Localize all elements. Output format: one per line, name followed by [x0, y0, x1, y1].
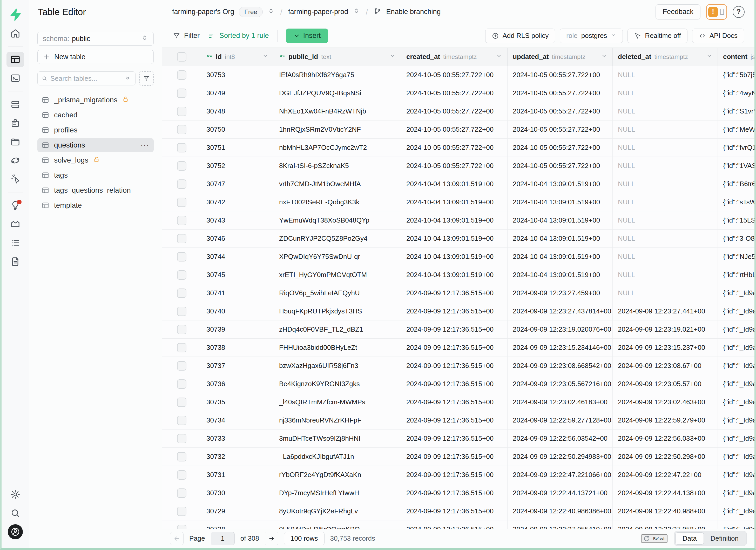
cell-content[interactable]: {"id":"S1vrVC5BrB59wqcM4	[718, 102, 754, 120]
cell-public-id[interactable]: _La6pddxcKJIbgufATJ1n	[274, 448, 401, 466]
cell-updated-at[interactable]: 2024-09-09 12:23:19.020076+00	[508, 320, 613, 338]
table-row[interactable]: 30729 8yUKotr9qGYjK2eFRhgLv 2024-09-09 1…	[162, 502, 754, 520]
cell-created-at[interactable]: 2024-09-09 12:17:36.515+00	[401, 430, 508, 447]
cell-updated-at[interactable]: 2024-10-04 13:09:01.519+00	[508, 266, 613, 284]
cell-public-id[interactable]: rYbORF2e4YgDt9fKAXaKn	[274, 466, 401, 484]
cell-created-at[interactable]: 2024-09-09 12:17:36.515+00	[401, 375, 508, 393]
row-checkbox[interactable]	[177, 507, 186, 516]
select-all-checkbox[interactable]	[177, 52, 186, 62]
row-checkbox[interactable]	[177, 343, 186, 352]
cell-content[interactable]: {"id":"_Id9aLyJpMHQLaiQC	[718, 357, 754, 375]
cell-id[interactable]: 30733	[201, 430, 274, 447]
cell-deleted-at[interactable]: NULL	[613, 120, 718, 138]
cell-deleted-at[interactable]: 2024-09-09 12:23:27.441+00	[613, 302, 718, 320]
column-header[interactable]: content jsonb	[718, 48, 756, 66]
cell-id[interactable]: 30743	[201, 211, 274, 229]
storage-icon[interactable]	[6, 134, 24, 150]
table-row[interactable]: 30735 _l40sQIRTmMZfcm-MWMPs 2024-09-09 1…	[162, 393, 754, 411]
row-checkbox[interactable]	[177, 470, 186, 480]
sql-editor-icon[interactable]	[6, 70, 24, 86]
cell-created-at[interactable]: 2024-10-05 00:55:27.722+00	[401, 157, 508, 175]
cell-public-id[interactable]: 3muDHTceTWso9IZj8hHNI	[274, 430, 401, 447]
cell-content[interactable]: {"id":"sTsWaLCPsVA2WuK2	[718, 193, 754, 211]
table-row[interactable]: 30751 nbMhHL3AP7OcCJymc2wT2 2024-10-05 0…	[162, 139, 754, 157]
cell-created-at[interactable]: 2024-10-04 13:09:01.519+00	[401, 193, 508, 211]
cell-updated-at[interactable]: 2024-10-04 13:09:01.519+00	[508, 175, 613, 193]
column-header[interactable]: updated_at timestamptz	[508, 48, 613, 66]
cell-created-at[interactable]: 2024-10-04 13:09:01.519+00	[401, 266, 508, 284]
cell-updated-at[interactable]: 2024-09-09 12:22:44.13721+00	[508, 484, 613, 502]
cell-content[interactable]: {"id":"_Id9aLyJpMHQLaiQC	[718, 520, 754, 529]
cell-deleted-at[interactable]: NULL	[613, 266, 718, 284]
cell-id[interactable]: 30736	[201, 375, 274, 393]
cell-updated-at[interactable]: 2024-09-09 12:22:59.277128+00	[508, 411, 613, 429]
cell-deleted-at[interactable]: NULL	[613, 284, 718, 302]
cell-updated-at[interactable]: 2024-10-04 13:09:01.519+00	[508, 211, 613, 229]
cell-content[interactable]: {"id":"_Id9aLyJpMHQLaiQC	[718, 320, 754, 338]
cell-id[interactable]: 30730	[201, 484, 274, 502]
table-row[interactable]: 30741 RiqOV6p_5wihLeIAEQyhU 2024-09-09 1…	[162, 284, 754, 302]
cell-content[interactable]: {"id":"_Id9aLyJpMHQLaiQC	[718, 284, 754, 302]
cell-public-id[interactable]: NhXEo1Xw04FnB4RzWTNjb	[274, 102, 401, 120]
table-row[interactable]: 30736 Be4KignzoK9YRGNI3Zgks 2024-09-09 1…	[162, 375, 754, 393]
table-row[interactable]: 30733 3muDHTceTWso9IZj8hHNI 2024-09-09 1…	[162, 430, 754, 448]
cell-content[interactable]: {"id":"_Id9aLyJpMHQLaiQC	[718, 339, 754, 357]
cell-updated-at[interactable]: 2024-10-05 00:55:27.722+00	[508, 120, 613, 138]
table-row[interactable]: 30743 YwEmuWdqT38XoSB048QYp 2024-10-04 1…	[162, 211, 754, 230]
cell-updated-at[interactable]: 2024-09-09 12:22:40.986386+00	[508, 502, 613, 520]
cell-public-id[interactable]: nxFT002ISeRE-Qobg3K3k	[274, 193, 401, 211]
cell-content[interactable]: {"id":"_Id9aLyJpMHQLaiQC	[718, 430, 754, 447]
cell-updated-at[interactable]: 2024-09-09 12:22:37.955419+00	[508, 520, 613, 529]
cell-deleted-at[interactable]: 2024-09-09 12:23:05.57+00	[613, 375, 718, 393]
tab-data[interactable]: Data	[676, 532, 704, 545]
cell-public-id[interactable]: nbMhHL3AP7OcCJymc2wT2	[274, 139, 401, 157]
cell-created-at[interactable]: 2024-09-09 12:17:36.515+00	[401, 357, 508, 375]
table-row[interactable]: 30739 zHDq4c0F0VBF_TL2_dBZ1 2024-09-09 1…	[162, 320, 754, 339]
cell-public-id[interactable]: DYp-7mcyMSIrHefLYIwwH	[274, 484, 401, 502]
cell-public-id[interactable]: bzwXazHgax6UIR58j6Fn3	[274, 357, 401, 375]
cell-updated-at[interactable]: 2024-10-05 00:55:27.722+00	[508, 84, 613, 102]
cell-deleted-at[interactable]: 2024-09-09 12:22:56.033+00	[613, 430, 718, 447]
home-icon[interactable]	[6, 25, 24, 41]
cell-deleted-at[interactable]: NULL	[613, 175, 718, 193]
row-checkbox[interactable]	[177, 525, 186, 529]
cell-deleted-at[interactable]: NULL	[613, 84, 718, 102]
sidebar-table-item[interactable]: cached	[37, 108, 154, 122]
database-icon[interactable]	[6, 97, 24, 112]
schema-select[interactable]: schema: public	[37, 32, 154, 46]
realtime-toggle-button[interactable]: Realtime off	[627, 29, 687, 43]
cell-public-id[interactable]: 8KraI-tSI-6-pSZcknaK5	[274, 157, 401, 175]
cell-updated-at[interactable]: 2024-10-05 00:55:27.722+00	[508, 157, 613, 175]
sidebar-table-item[interactable]: tags	[37, 168, 154, 182]
column-header[interactable]: public_id text	[274, 48, 401, 66]
table-row[interactable]: 30752 8KraI-tSI-6-pSZcknaK5 2024-10-05 0…	[162, 157, 754, 175]
sidebar-table-item[interactable]: questions ...	[37, 138, 154, 152]
cell-content[interactable]: {"id":"_Id9aLyJpMHQLaiQC	[718, 466, 754, 484]
row-checkbox[interactable]	[177, 379, 186, 389]
cell-id[interactable]: 30739	[201, 320, 274, 338]
sidebar-table-item[interactable]: profiles	[37, 123, 154, 137]
row-checkbox[interactable]	[177, 216, 186, 225]
cell-created-at[interactable]: 2024-09-09 12:17:36.515+00	[401, 502, 508, 520]
cell-content[interactable]: {"id":"rtHbLpgB8V11LUK7152	[718, 266, 754, 284]
cell-id[interactable]: 30750	[201, 120, 274, 138]
notifications-button[interactable]: !	[706, 4, 727, 20]
cell-public-id[interactable]: ZDCunRYJP2CQ5Z8Po2Gy4	[274, 230, 401, 247]
cell-content[interactable]: {"id":"_Id9aLyJpMHQLaiQC	[718, 375, 754, 393]
cell-created-at[interactable]: 2024-09-09 12:17:36.515+00	[401, 339, 508, 357]
breadcrumb-org[interactable]: farming-paper's Org	[172, 8, 234, 16]
column-header[interactable]: id int8	[201, 48, 274, 66]
cell-created-at[interactable]: 2024-09-09 12:17:36.515+00	[401, 484, 508, 502]
cell-updated-at[interactable]: 2024-09-09 12:23:02.46183+00	[508, 393, 613, 411]
chevron-updown-icon[interactable]	[353, 7, 360, 16]
cell-content[interactable]: {"id":"B6tr6eEFLrOVgeUmH	[718, 175, 754, 193]
cell-deleted-at[interactable]: NULL	[613, 193, 718, 211]
cell-id[interactable]: 30744	[201, 248, 274, 266]
table-row[interactable]: 30750 1hnRQjxSRm2V0VticY2NF 2024-10-05 0…	[162, 120, 754, 139]
cell-created-at[interactable]: 2024-10-04 13:09:01.519+00	[401, 175, 508, 193]
cell-deleted-at[interactable]: 2024-09-09 12:22:50.298+00	[613, 448, 718, 466]
row-checkbox[interactable]	[177, 488, 186, 498]
cell-content[interactable]: {"id":"_Id9aLyJpMHQLaiQC	[718, 502, 754, 520]
cell-created-at[interactable]: 2024-09-09 12:17:36.515+00	[401, 448, 508, 466]
column-menu-icon[interactable]	[389, 53, 396, 61]
